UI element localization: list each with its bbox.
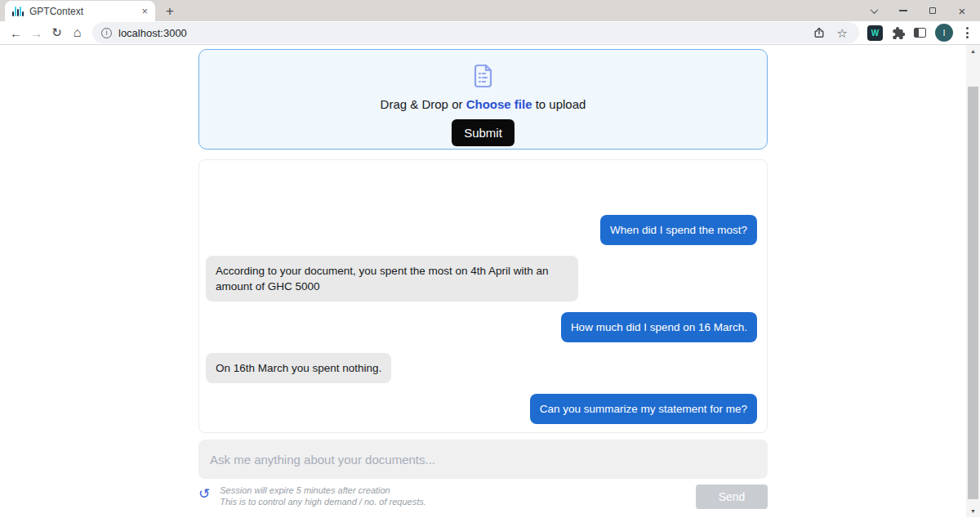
reload-icon[interactable]: ↻ xyxy=(47,23,67,43)
upload-text-suffix: to upload xyxy=(532,97,586,111)
back-icon[interactable]: ← xyxy=(6,23,26,43)
dropzone[interactable]: Drag & Drop or Choose file to upload Sub… xyxy=(198,49,768,150)
chat-message-user: Can you summarize my statement for me? xyxy=(530,394,757,424)
chat-message-user: When did I spend the most? xyxy=(600,215,757,245)
browser-menu-icon[interactable] xyxy=(962,25,973,41)
session-note-line2: This is to control any high demand / no.… xyxy=(220,496,426,507)
scroll-up-icon[interactable]: ▲ xyxy=(966,45,980,57)
tab-strip: GPTContext × + × xyxy=(0,0,980,21)
page: Drag & Drop or Choose file to upload Sub… xyxy=(0,45,980,517)
forward-icon[interactable]: → xyxy=(26,23,47,43)
address-bar[interactable]: i localhost:3000 ☆ xyxy=(92,22,859,43)
choose-file-link[interactable]: Choose file xyxy=(466,97,532,111)
site-info-icon[interactable]: i xyxy=(101,28,112,38)
gptcontext-favicon-icon xyxy=(12,6,24,16)
side-panel-icon[interactable] xyxy=(914,28,926,38)
chat-history: When did I spend the most? According to … xyxy=(198,159,768,433)
pinned-extension-icon[interactable]: W xyxy=(867,25,883,41)
chat-message-assistant: On 16th March you spent nothing. xyxy=(206,353,391,383)
window-controls: × xyxy=(859,0,977,21)
extensions-puzzle-icon[interactable] xyxy=(892,26,905,39)
page-scrollbar[interactable]: ▲ ▼ xyxy=(966,45,980,517)
chat-message-assistant: According to your document, you spent th… xyxy=(206,256,578,301)
url-text[interactable]: localhost:3000 xyxy=(118,27,806,39)
home-icon[interactable]: ⌂ xyxy=(67,23,87,43)
chat-message-user: How much did I spend on 16 March. xyxy=(561,312,757,342)
window-close-button[interactable]: × xyxy=(947,0,977,21)
toolbar-right-cluster: W I xyxy=(867,24,973,42)
upload-instructions: Drag & Drop or Choose file to upload xyxy=(199,97,767,111)
scroll-down-icon[interactable]: ▼ xyxy=(966,505,980,517)
tab-search-chevron-icon[interactable] xyxy=(859,0,889,21)
scrollbar-thumb[interactable] xyxy=(968,87,978,499)
profile-avatar[interactable]: I xyxy=(935,24,953,42)
restore-button[interactable] xyxy=(918,0,947,21)
session-refresh-icon: ↺ xyxy=(198,487,210,501)
new-tab-button[interactable]: + xyxy=(166,4,174,18)
send-button[interactable]: Send xyxy=(696,485,768,509)
share-icon[interactable] xyxy=(813,26,826,39)
tab-title: GPTContext xyxy=(29,6,136,17)
tab-close-icon[interactable]: × xyxy=(141,6,148,16)
session-note-line1: Session will expire 5 minutes after crea… xyxy=(220,485,426,496)
chat-input[interactable] xyxy=(198,440,768,479)
browser-tab[interactable]: GPTContext × xyxy=(5,1,155,21)
upload-text-prefix: Drag & Drop or xyxy=(381,97,466,111)
submit-button[interactable]: Submit xyxy=(452,119,514,146)
bookmark-star-icon[interactable]: ☆ xyxy=(837,27,848,39)
session-note: Session will expire 5 minutes after crea… xyxy=(220,485,426,507)
composer-footer: ↺ Session will expire 5 minutes after cr… xyxy=(198,485,768,509)
browser-toolbar: ← → ↻ ⌂ i localhost:3000 ☆ W I xyxy=(0,21,980,45)
minimize-button[interactable] xyxy=(889,0,918,21)
document-file-icon xyxy=(473,77,494,91)
